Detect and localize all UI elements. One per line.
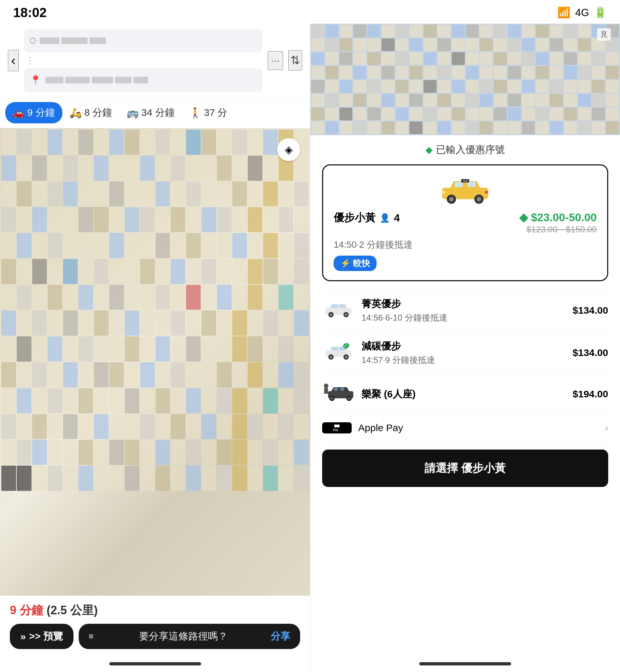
map-cell xyxy=(63,156,78,181)
original-price: $123.00－$150.00 xyxy=(519,224,597,235)
map-cell xyxy=(340,38,353,51)
map-cell xyxy=(578,108,591,120)
map-cell xyxy=(437,94,451,107)
select-ride-button[interactable]: 請選擇 優步小黃 xyxy=(322,450,608,487)
tab-walk[interactable]: 🚶 37 分 xyxy=(182,102,235,123)
car-image-area: TAXI xyxy=(333,174,597,204)
map-cell xyxy=(294,233,309,258)
map-cell xyxy=(536,52,549,65)
map-cell xyxy=(522,94,535,107)
status-time: 18:02 xyxy=(13,5,47,20)
map-cell xyxy=(522,38,535,51)
eco-car-svg xyxy=(324,343,353,360)
map-cell xyxy=(592,80,605,93)
faster-badge: ⚡ 較快 xyxy=(333,256,376,271)
map-cell xyxy=(564,66,577,79)
map-cell xyxy=(367,108,380,120)
map-area[interactable]: ◈ xyxy=(0,128,310,596)
origin-text[interactable] xyxy=(40,37,257,44)
map-cell xyxy=(294,310,309,336)
map-cell xyxy=(170,362,185,387)
map-cell xyxy=(201,259,216,284)
map-cell xyxy=(381,24,395,37)
map-cell xyxy=(63,182,78,207)
map-cell xyxy=(186,362,201,387)
map-cell xyxy=(522,80,535,93)
map-cell xyxy=(94,207,109,232)
dest-pin-icon: 📍 xyxy=(30,75,41,86)
map-cell xyxy=(311,94,324,107)
tab-car[interactable]: 🚗 9 分鐘 xyxy=(5,102,62,123)
map-cell xyxy=(170,182,185,207)
preview-button[interactable]: » >> 預覽 xyxy=(10,624,73,649)
map-cell xyxy=(125,310,140,336)
map-cell xyxy=(125,336,140,362)
back-button[interactable]: ‹ xyxy=(8,50,19,71)
map-cell xyxy=(232,207,247,232)
map-cell xyxy=(367,24,380,37)
map-cell xyxy=(170,466,185,491)
map-cell xyxy=(311,38,324,51)
promo-badge: ◆ 已輸入優惠序號 xyxy=(322,143,608,157)
map-cell xyxy=(1,130,16,155)
distance-red-text: 9 分鐘 xyxy=(10,604,43,617)
tab-moto[interactable]: 🛵 8 分鐘 xyxy=(62,102,119,123)
map-cell xyxy=(536,66,549,79)
map-cell xyxy=(248,310,262,336)
apple-pay-row[interactable]: Pay Apple Pay › xyxy=(322,414,608,442)
bottom-bar: 9 分鐘 (2.5 公里) » >> 預覽 ≡ 要分享這條路徑嗎？ 分享 xyxy=(0,596,310,656)
ride-option-eco[interactable]: 減碳優步 14:57·9 分鐘後抵達 $134.00 xyxy=(322,331,608,374)
map-cell xyxy=(522,66,535,79)
map-cell xyxy=(201,285,216,310)
map-cell xyxy=(550,108,563,120)
map-cell xyxy=(186,130,201,155)
map-cell xyxy=(278,259,293,284)
tab-transit[interactable]: 🚌 34 分鐘 xyxy=(119,102,182,123)
selected-ride-card[interactable]: TAXI 優步小黃 👤 4 xyxy=(322,164,608,281)
map-cell xyxy=(452,94,465,107)
map-cell xyxy=(396,24,409,37)
dest-text[interactable] xyxy=(45,77,257,83)
map-cell xyxy=(79,336,93,362)
ride-option-elite[interactable]: 菁英優步 14:56·6-10 分鐘後抵達 $134.00 xyxy=(322,289,608,331)
map-cell xyxy=(232,466,247,491)
map-cell xyxy=(232,362,247,387)
blur-block-6 xyxy=(92,77,113,83)
map-cell xyxy=(294,440,309,465)
share-button[interactable]: 分享 xyxy=(271,630,290,643)
map-cell xyxy=(109,207,124,232)
right-map-pixel-grid xyxy=(310,23,620,135)
map-cell xyxy=(325,121,339,134)
map-cell xyxy=(480,80,493,93)
map-cell xyxy=(325,52,339,65)
map-cell xyxy=(63,259,78,284)
ride-option-leju[interactable]: 樂聚 (6人座) $194.00 xyxy=(322,374,608,414)
map-cell xyxy=(248,336,262,362)
map-cell xyxy=(578,80,591,93)
ride-panel: ◆ 已輸入優惠序號 xyxy=(310,135,620,656)
map-cell xyxy=(1,233,16,258)
map-cell xyxy=(109,259,124,284)
map-cell xyxy=(94,182,109,207)
promo-diamond-icon: ◆ xyxy=(425,144,433,155)
map-cell xyxy=(353,121,366,134)
map-cell xyxy=(1,466,16,491)
map-cell xyxy=(48,336,62,362)
map-cell xyxy=(466,52,479,65)
map-cell xyxy=(232,310,247,336)
map-compass-button[interactable]: ◈ xyxy=(277,138,300,161)
map-cell xyxy=(578,66,591,79)
map-cell xyxy=(63,388,78,413)
apple-logo-icon: Pay xyxy=(332,424,342,431)
map-cell xyxy=(94,336,109,362)
more-options-button[interactable]: ··· xyxy=(268,51,283,70)
svg-rect-19 xyxy=(332,347,337,350)
svg-rect-30 xyxy=(340,387,344,391)
swap-directions-button[interactable]: ⇅ xyxy=(288,50,302,70)
map-cell xyxy=(170,310,185,336)
svg-point-6 xyxy=(477,197,481,202)
map-cell xyxy=(155,466,170,491)
home-bar-left xyxy=(109,662,201,665)
map-cell xyxy=(63,466,78,491)
map-cell xyxy=(294,182,309,207)
